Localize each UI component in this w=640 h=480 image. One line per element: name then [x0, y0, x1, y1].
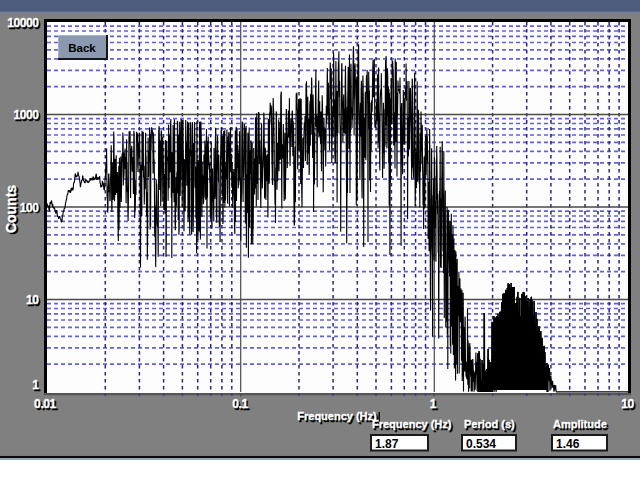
svg-text:0.01: 0.01: [34, 397, 56, 411]
svg-text:Amplitude: Amplitude: [553, 418, 607, 430]
svg-text:100: 100: [20, 201, 40, 215]
svg-text:1.87: 1.87: [375, 437, 399, 451]
svg-text:Period (s): Period (s): [464, 418, 515, 430]
svg-text:Counts: Counts: [3, 185, 19, 233]
svg-text:Frequency (Hz): Frequency (Hz): [372, 418, 452, 430]
svg-text:1: 1: [430, 397, 437, 411]
svg-text:0.534: 0.534: [466, 437, 496, 451]
svg-text:1000: 1000: [13, 108, 39, 122]
svg-text:1.46: 1.46: [556, 437, 580, 451]
svg-text:10: 10: [26, 293, 39, 307]
svg-text:Back: Back: [68, 42, 96, 54]
svg-text:Frequency (Hz): Frequency (Hz): [297, 410, 377, 422]
svg-text:1: 1: [32, 378, 39, 392]
svg-text:0.1: 0.1: [232, 397, 248, 411]
svg-text:10: 10: [621, 397, 634, 411]
svg-text:10000: 10000: [7, 16, 39, 30]
